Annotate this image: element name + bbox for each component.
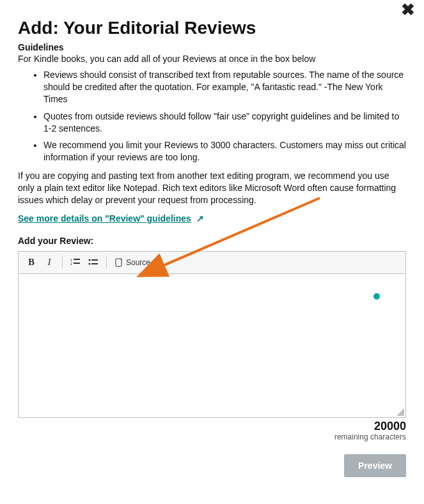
numbered-list-icon: 1 2 [70,258,81,267]
bullet-list-button[interactable] [86,256,101,270]
toolbar-separator [106,257,107,268]
list-item: Quotes from outside reviews should follo… [43,111,406,135]
char-count-label: remaining characters [18,433,406,441]
cursor-dot-icon [373,293,380,300]
external-link-icon: ↗ [196,213,204,224]
close-icon[interactable]: ✖ [401,1,415,18]
svg-rect-5 [91,259,98,261]
modal-title: Add: Your Editorial Reviews [18,18,406,38]
svg-rect-8 [116,259,122,266]
source-button[interactable]: Source [112,257,153,268]
svg-rect-7 [91,263,98,264]
char-count-value: 20000 [18,420,406,433]
review-editor: B I 1 2 Source [18,251,406,418]
review-textarea[interactable] [19,274,405,417]
bold-button[interactable]: B [24,256,39,270]
svg-rect-3 [74,263,80,264]
source-label: Source [126,258,150,267]
svg-point-4 [89,259,91,261]
source-icon [114,258,123,267]
list-item: We recommend you limit your Reviews to 3… [43,139,406,164]
resize-handle-icon[interactable] [397,408,404,416]
guidelines-heading: Guidelines [18,42,406,52]
svg-rect-1 [74,259,80,260]
intro-text: For Kindle books, you can add all of you… [18,54,406,64]
bullet-list-icon [88,258,98,267]
guidelines-list: Reviews should consist of transcribed te… [18,69,406,164]
character-counter: 20000 remaining characters [18,420,406,441]
toolbar-separator [62,257,63,268]
italic-button[interactable]: I [42,256,57,270]
list-item: Reviews should consist of transcribed te… [43,69,406,105]
details-link[interactable]: See more details on "Review" guidelines [18,213,191,224]
svg-text:2: 2 [70,262,72,266]
add-review-label: Add your Review: [18,236,406,246]
numbered-list-button[interactable]: 1 2 [68,256,83,270]
svg-point-6 [89,263,91,264]
editor-toolbar: B I 1 2 Source [19,252,405,274]
preview-button[interactable]: Preview [344,454,406,477]
copy-paste-note: If you are copying and pasting text from… [18,170,406,206]
